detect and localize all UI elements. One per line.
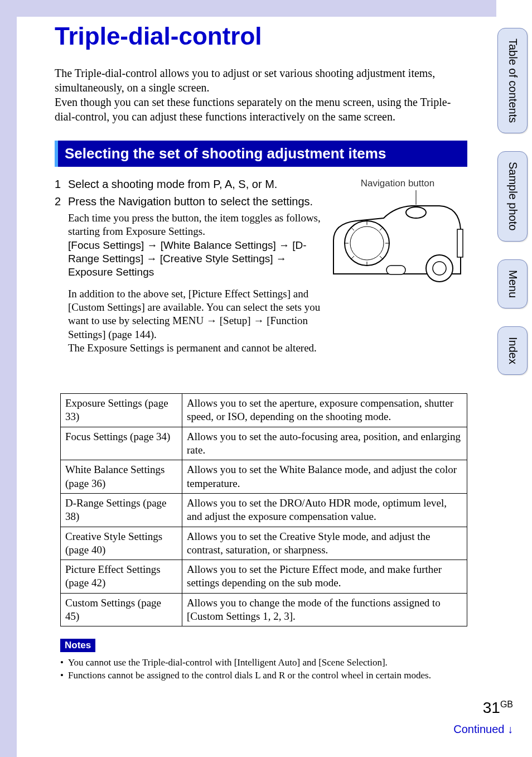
setting-desc: Allows you to set the Picture Effect mod… xyxy=(182,560,467,594)
illustration-block: Navigation button xyxy=(328,178,467,293)
camera-top-illustration xyxy=(328,190,467,291)
svg-point-12 xyxy=(426,255,453,282)
side-tabs: Table of contents Sample photo Menu Inde… xyxy=(497,28,532,393)
table-row: D-Range Settings (page 38) Allows you to… xyxy=(61,493,467,527)
step-body-sequence: [Focus Settings] → [White Balance Settin… xyxy=(68,239,307,278)
setting-name: D-Range Settings (page 38) xyxy=(61,493,182,527)
illustration-label: Navigation button xyxy=(328,178,467,189)
setting-desc: Allows you to set the auto-focusing area… xyxy=(182,427,467,460)
setting-desc: Allows you to set the aperture, exposure… xyxy=(182,394,467,427)
setting-desc: Allows you to change the mode of the fun… xyxy=(182,593,467,626)
table-row: Focus Settings (page 34) Allows you to s… xyxy=(61,427,467,460)
decorative-left-band xyxy=(0,0,17,757)
note-item: Functions cannot be assigned to the cont… xyxy=(60,669,467,682)
step-text: Select a shooting mode from P, A, S, or … xyxy=(68,178,322,191)
step-number: 2 xyxy=(55,195,68,208)
note-item: You cannot use the Triple-dial-control w… xyxy=(60,657,467,669)
table-row: Custom Settings (page 45) Allows you to … xyxy=(61,593,467,626)
setting-name: Exposure Settings (page 33) xyxy=(61,394,182,427)
setting-desc: Allows you to set the Creative Style mod… xyxy=(182,527,467,560)
setting-name: Creative Style Settings (page 40) xyxy=(61,527,182,560)
step-1: 1 Select a shooting mode from P, A, S, o… xyxy=(55,178,322,191)
tab-sample-photo[interactable]: Sample photo xyxy=(497,151,528,241)
setting-desc: Allows you to set the DRO/Auto HDR mode,… xyxy=(182,493,467,527)
setting-name: Focus Settings (page 34) xyxy=(61,427,182,460)
section-header: Selecting the set of shooting adjustment… xyxy=(55,141,467,167)
notes-section: Notes You cannot use the Triple-dial-con… xyxy=(60,639,467,682)
steps-area: 1 Select a shooting mode from P, A, S, o… xyxy=(55,178,467,390)
settings-table: Exposure Settings (page 33) Allows you t… xyxy=(60,393,467,626)
table-row: Creative Style Settings (page 40) Allows… xyxy=(61,527,467,560)
setting-name: Custom Settings (page 45) xyxy=(61,593,182,626)
page-title: Triple-dial-control xyxy=(55,22,467,50)
tab-menu[interactable]: Menu xyxy=(497,259,528,308)
tab-table-of-contents[interactable]: Table of contents xyxy=(497,28,528,133)
setting-name: White Balance Settings (page 36) xyxy=(61,460,182,494)
step-body: Each time you press the button, the item… xyxy=(68,211,322,355)
page-number-suffix: GB xyxy=(500,700,513,709)
table-row: White Balance Settings (page 36) Allows … xyxy=(61,460,467,494)
page-number: 31GB xyxy=(483,699,513,717)
tab-index[interactable]: Index xyxy=(497,326,528,375)
notes-badge: Notes xyxy=(60,639,95,652)
svg-rect-15 xyxy=(457,229,463,257)
step-body-p2: In addition to the above set, [Picture E… xyxy=(68,287,322,355)
svg-rect-14 xyxy=(386,266,405,274)
decorative-top-band xyxy=(0,0,496,17)
setting-name: Picture Effect Settings (page 42) xyxy=(61,560,182,594)
main-content: Triple-dial-control The Triple-dial-cont… xyxy=(55,22,467,682)
step-body-pre: Each time you press the button, the item… xyxy=(68,212,321,237)
setting-desc: Allows you to set the White Balance mode… xyxy=(182,460,467,494)
page-number-value: 31 xyxy=(483,699,500,716)
intro-paragraph: The Triple-dial-control allows you to ad… xyxy=(55,66,467,124)
step-number: 1 xyxy=(55,178,68,191)
table-row: Picture Effect Settings (page 42) Allows… xyxy=(61,560,467,594)
svg-point-11 xyxy=(406,207,426,218)
step-2: 2 Press the Navigation button to select … xyxy=(55,195,322,355)
step-text: Press the Navigation button to select th… xyxy=(68,195,322,208)
table-row: Exposure Settings (page 33) Allows you t… xyxy=(61,394,467,427)
continued-indicator: Continued ↓ xyxy=(453,723,513,736)
notes-list: You cannot use the Triple-dial-control w… xyxy=(60,657,467,682)
steps-list: 1 Select a shooting mode from P, A, S, o… xyxy=(55,178,322,355)
